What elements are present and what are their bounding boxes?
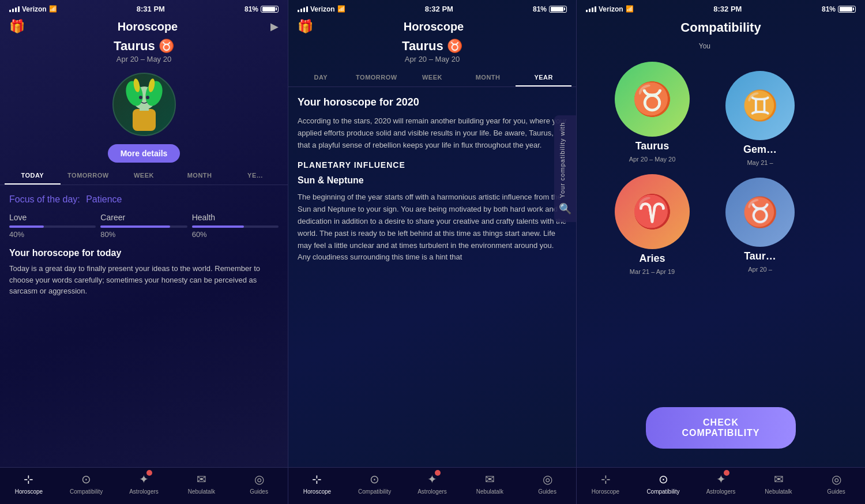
nav-guides-1[interactable]: ◎ Guides: [230, 472, 288, 495]
guides-nav-icon-2: ◎: [543, 472, 552, 486]
nav-guides-2[interactable]: ◎ Guides: [518, 472, 576, 495]
nav-horoscope-1[interactable]: ⊹ Horoscope: [0, 472, 58, 495]
health-value: 60%: [192, 230, 279, 239]
horoscope-nav-icon-2: ⊹: [312, 472, 322, 486]
health-bar-bg: [192, 225, 279, 228]
panel-2: Your compatibility with 🔍 Verizon 📶 8:32…: [288, 0, 577, 504]
panel-1: Verizon 📶 8:31 PM 81% 🎁 Horoscope ▶ Taur…: [0, 0, 288, 504]
sign-gemini-partial[interactable]: ♊ Gem… May 21 –: [725, 71, 795, 166]
nav-label-nebula: Nebulatalk: [188, 488, 215, 495]
sign-aries-main[interactable]: ♈ Aries Mar 21 – Apr 19: [615, 174, 690, 275]
tab-month[interactable]: MONTH: [172, 166, 228, 185]
tab-today[interactable]: TODAY: [5, 166, 61, 185]
status-left: Verizon 📶: [9, 5, 57, 13]
wifi-icon-2: 📶: [337, 5, 345, 13]
nav-horoscope-3[interactable]: ⊹ Horoscope: [577, 472, 634, 495]
health-bar-fill: [192, 225, 244, 228]
year-text: According to the stars, 2020 will remain…: [298, 115, 567, 151]
sign-taurus-partial[interactable]: ♉ Taur… Apr 20 –: [725, 178, 795, 273]
sign-taurus-main[interactable]: ♉ Taurus Apr 20 – May 20: [615, 62, 690, 163]
check-compatibility-button[interactable]: CHECK COMPATIBILITY: [646, 407, 796, 449]
nav-label-astro-3: Astrologers: [706, 488, 736, 495]
nav-horoscope-2[interactable]: ⊹ Horoscope: [288, 472, 346, 495]
aries-name: Aries: [639, 253, 665, 265]
battery-icon-3: [838, 6, 856, 13]
nav-nebula-2[interactable]: ✉ Nebulatalk: [461, 472, 518, 495]
time-3: 8:32 PM: [713, 5, 742, 13]
app-header-1: 🎁 Horoscope ▶: [0, 16, 288, 36]
taurus-partial-orb: ♉: [725, 178, 795, 247]
love-bar-fill: [9, 225, 44, 228]
astro-badge-2: [435, 470, 441, 476]
career-value: 80%: [100, 230, 187, 239]
carrier-2: Verizon: [310, 5, 335, 13]
career-bar-fill: [100, 225, 170, 228]
right-arrow[interactable]: ▶: [270, 20, 279, 33]
nav-nebula-1[interactable]: ✉ Nebulatalk: [172, 472, 230, 495]
side-search-icon[interactable]: 🔍: [559, 202, 571, 215]
astro-nav-icon: ✦: [139, 472, 149, 486]
nav-compat-3[interactable]: ⊙ Compatibility: [634, 472, 692, 495]
status-right: 81%: [245, 5, 279, 13]
nav-label-horo-3: Horoscope: [592, 488, 619, 495]
battery-icon: [261, 6, 279, 13]
nav-astro-1[interactable]: ✦ Astrologers: [115, 472, 173, 495]
nav-label-nebula-2: Nebulatalk: [476, 488, 503, 495]
time-1: 8:31 PM: [137, 5, 165, 13]
status-bar-3: Verizon 📶 8:32 PM 81%: [577, 0, 865, 16]
career-label: Career: [100, 213, 187, 222]
sign-name-1: Taurus ♉: [0, 39, 288, 54]
taurus-orb: ♉: [615, 62, 690, 137]
status-bar-1: Verizon 📶 8:31 PM 81%: [0, 0, 288, 16]
taurus-partial-dates: Apr 20 –: [748, 266, 772, 273]
horoscope-nav-icon: ⊹: [24, 472, 33, 486]
sign-dates-2: Apr 20 – May 20: [288, 55, 576, 63]
gemini-orb: ♊: [725, 71, 795, 140]
compat-nav-icon-3: ⊙: [659, 472, 668, 486]
tab-tomorrow[interactable]: TOMORROW: [61, 166, 116, 185]
gift-icon-2[interactable]: 🎁: [298, 19, 313, 34]
sign-header-1: Taurus ♉ Apr 20 – May 20: [0, 36, 288, 68]
tabs-row-1: TODAY TOMORROW WEEK MONTH YE…: [0, 166, 288, 185]
nav-label-nebula-3: Nebulatalk: [765, 488, 792, 495]
nav-nebula-3[interactable]: ✉ Nebulatalk: [750, 472, 807, 495]
sun-neptune-text: The beginning of the year starts off wit…: [298, 191, 567, 264]
astro-badge-3: [724, 470, 729, 476]
nav-compat-2[interactable]: ⊙ Compatibility: [346, 472, 404, 495]
compat-btn-area: CHECK COMPATIBILITY: [577, 389, 865, 467]
sign-you-indicator: You: [699, 42, 710, 50]
tab-day[interactable]: DAY: [293, 68, 349, 86]
status-right-3: 81%: [822, 5, 856, 13]
gift-icon-1[interactable]: 🎁: [9, 19, 25, 34]
tab-month-2[interactable]: MONTH: [460, 68, 516, 86]
tab-ye[interactable]: YE…: [227, 166, 283, 185]
love-bar-bg: [9, 225, 96, 228]
aries-symbol: ♈: [632, 193, 672, 231]
more-details-button[interactable]: More details: [108, 144, 180, 163]
nav-label-guides: Guides: [250, 488, 268, 495]
tab-year[interactable]: YEAR: [516, 68, 571, 86]
signal-icon-2: [298, 6, 308, 12]
nav-compat-1[interactable]: ⊙ Compatibility: [58, 472, 115, 495]
app-header-2: 🎁 Horoscope: [288, 16, 576, 36]
nav-label-horo-2: Horoscope: [303, 488, 331, 495]
nav-astro-3[interactable]: ✦ Astrologers: [692, 472, 750, 495]
tab-week-2[interactable]: WEEK: [404, 68, 460, 86]
taurus-partial-symbol: ♉: [742, 195, 778, 229]
side-tab-text: Your compatibility with: [559, 122, 566, 198]
tab-tomorrow-2[interactable]: TOMORROW: [349, 68, 405, 86]
sign-header-2: Taurus ♉ Apr 20 – May 20: [288, 36, 576, 68]
horoscope-content: Your horoscope for 2020 According to the…: [288, 87, 576, 467]
signs-two-col: You ♉ Taurus Apr 20 – May 20 ♈ Aries Mar…: [588, 42, 853, 275]
focus-day: Focus of the day: Patience: [9, 194, 279, 205]
svg-point-7: [139, 96, 142, 99]
nav-guides-3[interactable]: ◎ Guides: [807, 472, 865, 495]
guides-nav-icon: ◎: [254, 472, 264, 486]
left-signs-col: You ♉ Taurus Apr 20 – May 20 ♈ Aries Mar…: [588, 42, 716, 275]
carrier-1: Verizon: [22, 5, 47, 13]
tab-week[interactable]: WEEK: [116, 166, 172, 185]
nav-astro-2[interactable]: ✦ Astrologers: [404, 472, 461, 495]
horoscope-today-title: Your horoscope for today: [9, 248, 279, 258]
nav-label-guides-3: Guides: [827, 488, 845, 495]
love-label: Love: [9, 213, 96, 222]
